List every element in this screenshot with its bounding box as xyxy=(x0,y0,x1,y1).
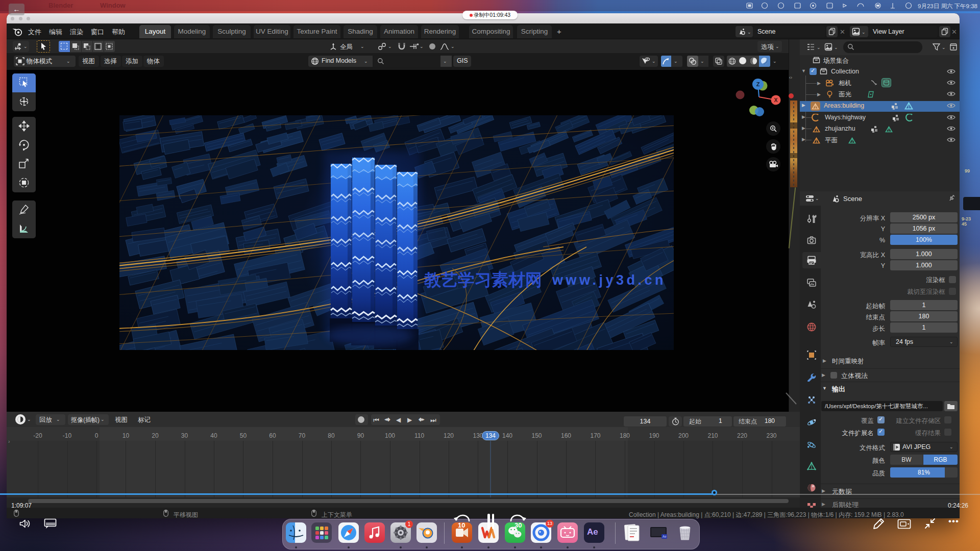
svg-text:教艺学习素材网: 教艺学习素材网 xyxy=(424,270,542,289)
svg-text:X: X xyxy=(774,97,777,103)
svg-text:30: 30 xyxy=(514,521,522,529)
svg-text:Ae: Ae xyxy=(663,535,667,538)
svg-text:Z: Z xyxy=(756,81,760,87)
svg-text:www.jy3d.cn: www.jy3d.cn xyxy=(552,272,666,288)
svg-text:10: 10 xyxy=(458,521,465,529)
